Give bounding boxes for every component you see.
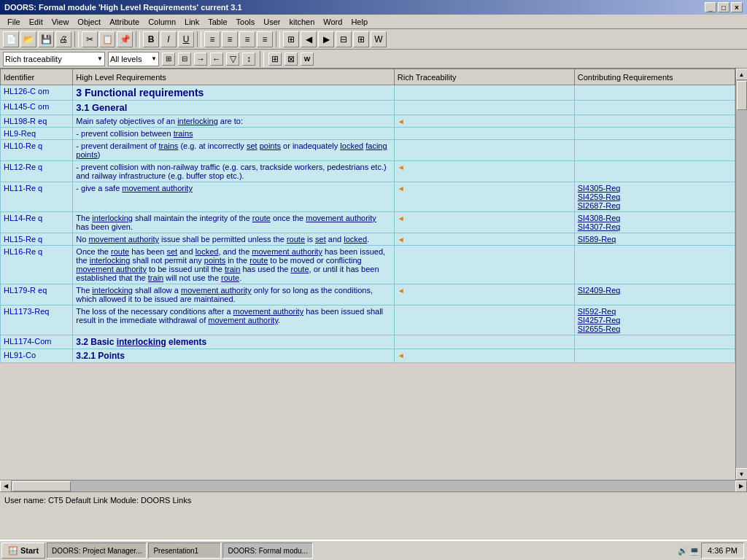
vertical-scrollbar[interactable]: ▲ ▼ — [735, 69, 747, 480]
content-cell[interactable]: - prevent collision between trains — [73, 128, 394, 140]
contrib-link[interactable]: SI4257-Req — [578, 316, 621, 324]
underline-btn[interactable]: U — [178, 31, 194, 47]
h-scroll-track[interactable] — [12, 481, 735, 492]
menu-item-edit[interactable]: Edit — [25, 16, 47, 28]
contrib-link[interactable]: SI4305-Req — [578, 184, 621, 192]
cut-btn[interactable]: ✂ — [82, 31, 98, 47]
filter2-btn[interactable]: ▽ — [226, 52, 239, 66]
identifier-cell: HL11-Re q — [1, 182, 73, 212]
content-cell[interactable]: - prevent collision with non-railway tra… — [73, 161, 394, 182]
contrib-link[interactable]: SI2687-Req — [578, 201, 621, 210]
contrib-link[interactable]: SI4308-Req — [578, 214, 621, 222]
align-right-btn[interactable]: ≡ — [239, 31, 255, 47]
table-btn[interactable]: ⊞ — [283, 31, 299, 47]
menu-item-table[interactable]: Table — [204, 16, 231, 28]
minimize-btn[interactable]: _ — [705, 2, 716, 12]
h-scroll-thumb[interactable] — [12, 481, 71, 491]
content-cell[interactable]: 3.2 Basic interlocking elements — [73, 335, 394, 349]
table-row: HL15-Re qNo movement authority issue sha… — [1, 233, 735, 246]
arrow-icon: ◄ — [398, 236, 405, 244]
content-cell[interactable]: - prevent derailment of trains (e.g. at … — [73, 140, 394, 161]
menu-item-link[interactable]: Link — [180, 16, 204, 28]
contrib-link[interactable]: SI4259-Req — [578, 192, 621, 201]
align-center-btn[interactable]: ≡ — [222, 31, 238, 47]
menu-item-attribute[interactable]: Attribute — [105, 16, 144, 28]
content-cell[interactable]: Main safety objectives of an interlockin… — [73, 115, 394, 128]
contrib-link[interactable]: SI589-Req — [578, 235, 616, 244]
open-btn[interactable]: 📂 — [20, 31, 36, 47]
level-value: All levels — [110, 55, 142, 63]
scroll-down-btn[interactable]: ▼ — [736, 468, 748, 480]
outdent-btn[interactable]: ← — [210, 52, 223, 66]
menu-item-view[interactable]: View — [47, 16, 74, 28]
view-btn[interactable]: ⊞ — [268, 52, 282, 66]
identifier-cell: HL14-Re q — [1, 212, 73, 233]
rows-btn[interactable]: ⊟ — [336, 31, 352, 47]
contrib-link[interactable]: SI2655-Req — [578, 324, 621, 333]
content-cell[interactable]: Once the route has been set and locked, … — [73, 246, 394, 284]
menu-item-word[interactable]: Word — [319, 16, 347, 28]
italic-btn[interactable]: I — [160, 31, 177, 47]
rich-cell: ◄ — [394, 182, 574, 212]
status-bar: User name: CT5 Default Link Module: DOOR… — [0, 491, 747, 508]
sort-btn[interactable]: ↕ — [242, 52, 255, 66]
table-row: HL10-Re q- prevent derailment of trains … — [1, 140, 735, 161]
paste-btn[interactable]: 📌 — [117, 31, 133, 47]
content-cell[interactable]: 3 Functional requirements — [73, 85, 394, 101]
filter-btn[interactable]: ⊞ — [353, 31, 369, 47]
level-dropdown[interactable]: All levels ▼ — [108, 52, 159, 66]
arrow-icon: ◄ — [398, 351, 405, 359]
restore-btn[interactable]: □ — [718, 2, 729, 12]
scroll-track[interactable] — [736, 80, 748, 468]
table-scroll: Identifier High Level Requirements Rich … — [0, 69, 735, 480]
contrib-link[interactable]: SI2409-Req — [578, 286, 621, 295]
expand-btn[interactable]: ⊞ — [162, 52, 175, 66]
arrow-icon: ◄ — [398, 163, 405, 171]
identifier-cell: HL12-Re q — [1, 161, 73, 182]
menu-item-kitchen[interactable]: kitchen — [285, 16, 319, 28]
content-cell[interactable]: The loss of the necessary conditions aft… — [73, 306, 394, 335]
indent-btn[interactable]: → — [194, 52, 207, 66]
close-btn[interactable]: × — [731, 2, 743, 12]
horizontal-scrollbar[interactable]: ◀ ▶ — [0, 480, 747, 491]
content-cell[interactable]: The interlocking shall maintain the inte… — [73, 212, 394, 233]
table-row: HL1173-ReqThe loss of the necessary cond… — [1, 306, 735, 335]
scroll-up-btn[interactable]: ▲ — [736, 69, 748, 80]
save-btn[interactable]: 💾 — [38, 31, 54, 47]
align-justify-btn[interactable]: ≡ — [257, 31, 273, 47]
col-right-btn[interactable]: ▶ — [318, 31, 334, 47]
word-btn[interactable]: W — [371, 31, 387, 47]
print-btn[interactable]: 🖨 — [55, 31, 71, 47]
col-left-btn[interactable]: ◀ — [301, 31, 317, 47]
align-left-btn[interactable]: ≡ — [204, 31, 220, 47]
contrib-link[interactable]: SI4307-Req — [578, 222, 621, 231]
contrib-cell: SI589-Req — [574, 233, 735, 246]
menu-item-file[interactable]: File — [3, 16, 25, 28]
h-scroll-left-btn[interactable]: ◀ — [0, 481, 12, 492]
menu-item-object[interactable]: Object — [73, 16, 105, 28]
rich-cell: ◄ — [394, 233, 574, 246]
title-bar-controls: _ □ × — [705, 2, 743, 12]
contrib-link[interactable]: SI592-Req — [578, 307, 616, 316]
content-cell[interactable]: 3.2.1 Points — [73, 349, 394, 363]
contrib-cell — [574, 85, 735, 101]
new-btn[interactable]: 📄 — [3, 31, 19, 47]
mark-btn[interactable]: ⊠ — [285, 52, 298, 66]
bold-btn[interactable]: B — [143, 31, 159, 47]
word2-btn[interactable]: W — [301, 52, 314, 66]
menu-item-tools[interactable]: Tools — [232, 16, 260, 28]
menu-item-help[interactable]: Help — [347, 16, 372, 28]
h-scroll-right-btn[interactable]: ▶ — [735, 481, 747, 492]
menu-item-column[interactable]: Column — [144, 16, 180, 28]
style-dropdown[interactable]: Rich traceability ▼ — [3, 52, 105, 66]
content-cell[interactable]: 3.1 General — [73, 101, 394, 115]
separator4 — [276, 31, 280, 47]
menu-item-user[interactable]: User — [259, 16, 285, 28]
content-cell[interactable]: - give a safe movement authority — [73, 182, 394, 212]
scroll-thumb[interactable] — [737, 81, 747, 110]
content-cell[interactable]: No movement authority issue shall be per… — [73, 233, 394, 246]
content-cell[interactable]: The interlocking shall allow a movement … — [73, 284, 394, 306]
collapse-btn[interactable]: ⊟ — [178, 52, 191, 66]
table-row: HL91-Co3.2.1 Points◄ — [1, 349, 735, 363]
copy-btn[interactable]: 📋 — [99, 31, 115, 47]
